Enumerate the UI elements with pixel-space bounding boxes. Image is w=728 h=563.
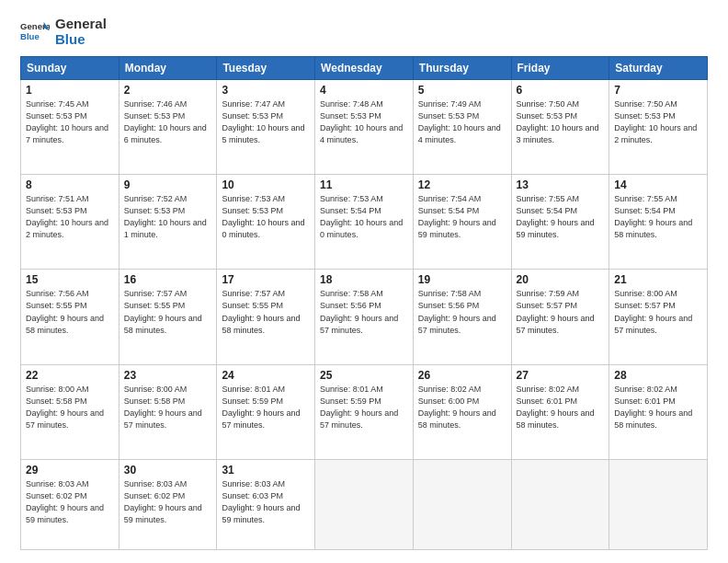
day-number: 15 (26, 273, 114, 286)
logo-text: General Blue (55, 17, 107, 47)
day-info: Sunrise: 7:53 AM Sunset: 5:53 PM Dayligh… (222, 193, 310, 241)
day-number: 14 (614, 178, 702, 191)
day-cell-24: 24 Sunrise: 8:01 AM Sunset: 5:59 PM Dayl… (217, 364, 315, 459)
day-info: Sunrise: 7:58 AM Sunset: 5:56 PM Dayligh… (320, 288, 408, 336)
logo: GeneralBlue General Blue (20, 17, 107, 47)
day-info: Sunrise: 7:53 AM Sunset: 5:54 PM Dayligh… (320, 193, 408, 241)
day-info: Sunrise: 7:54 AM Sunset: 5:54 PM Dayligh… (418, 193, 506, 241)
day-info: Sunrise: 8:00 AM Sunset: 5:57 PM Dayligh… (614, 288, 702, 336)
day-info: Sunrise: 7:46 AM Sunset: 5:53 PM Dayligh… (124, 98, 212, 146)
day-info: Sunrise: 7:50 AM Sunset: 5:53 PM Dayligh… (614, 98, 702, 146)
empty-cell (315, 459, 414, 549)
week-row-2: 8 Sunrise: 7:51 AM Sunset: 5:53 PM Dayli… (21, 175, 708, 270)
day-cell-3: 3 Sunrise: 7:47 AM Sunset: 5:53 PM Dayli… (217, 80, 315, 175)
day-number: 3 (222, 84, 310, 97)
day-info: Sunrise: 8:02 AM Sunset: 6:00 PM Dayligh… (418, 384, 506, 431)
day-cell-9: 9 Sunrise: 7:52 AM Sunset: 5:53 PM Dayli… (119, 175, 217, 270)
day-cell-17: 17 Sunrise: 7:57 AM Sunset: 5:55 PM Dayl… (217, 270, 315, 364)
day-cell-22: 22 Sunrise: 8:00 AM Sunset: 5:58 PM Dayl… (21, 364, 119, 459)
weekday-header-thursday: Thursday (413, 57, 511, 80)
weekday-header-monday: Monday (119, 57, 217, 80)
day-cell-16: 16 Sunrise: 7:57 AM Sunset: 5:55 PM Dayl… (119, 270, 217, 364)
day-number: 2 (124, 84, 212, 97)
day-info: Sunrise: 7:50 AM Sunset: 5:53 PM Dayligh… (517, 98, 605, 146)
empty-cell (413, 459, 511, 549)
day-number: 17 (222, 273, 310, 286)
weekday-header-friday: Friday (511, 57, 609, 80)
day-number: 16 (124, 273, 212, 286)
day-number: 26 (418, 369, 506, 382)
day-number: 5 (418, 84, 506, 97)
day-number: 23 (124, 369, 212, 382)
day-number: 20 (517, 273, 605, 286)
weekday-header-saturday: Saturday (609, 57, 708, 80)
day-cell-10: 10 Sunrise: 7:53 AM Sunset: 5:53 PM Dayl… (217, 175, 315, 270)
day-cell-20: 20 Sunrise: 7:59 AM Sunset: 5:57 PM Dayl… (511, 270, 609, 364)
day-cell-18: 18 Sunrise: 7:58 AM Sunset: 5:56 PM Dayl… (315, 270, 414, 364)
day-number: 10 (222, 178, 310, 191)
day-info: Sunrise: 8:03 AM Sunset: 6:02 PM Dayligh… (26, 478, 114, 526)
day-info: Sunrise: 7:55 AM Sunset: 5:54 PM Dayligh… (517, 193, 605, 241)
day-cell-25: 25 Sunrise: 8:01 AM Sunset: 5:59 PM Dayl… (315, 364, 414, 459)
day-number: 4 (320, 84, 408, 97)
empty-cell (609, 459, 708, 549)
empty-cell (511, 459, 609, 549)
day-number: 18 (320, 273, 408, 286)
day-info: Sunrise: 7:57 AM Sunset: 5:55 PM Dayligh… (124, 288, 212, 336)
day-number: 6 (517, 84, 605, 97)
day-number: 1 (26, 84, 114, 97)
day-number: 29 (26, 464, 114, 477)
day-info: Sunrise: 7:59 AM Sunset: 5:57 PM Dayligh… (517, 288, 605, 336)
day-number: 13 (517, 178, 605, 191)
weekday-header-wednesday: Wednesday (315, 57, 414, 80)
day-info: Sunrise: 8:00 AM Sunset: 5:58 PM Dayligh… (124, 384, 212, 431)
day-info: Sunrise: 8:02 AM Sunset: 6:01 PM Dayligh… (614, 384, 702, 431)
day-info: Sunrise: 8:02 AM Sunset: 6:01 PM Dayligh… (517, 384, 605, 431)
day-info: Sunrise: 8:00 AM Sunset: 5:58 PM Dayligh… (26, 384, 114, 431)
day-number: 25 (320, 369, 408, 382)
weekday-header-sunday: Sunday (21, 57, 119, 80)
day-number: 9 (124, 178, 212, 191)
week-row-4: 22 Sunrise: 8:00 AM Sunset: 5:58 PM Dayl… (21, 364, 708, 459)
day-cell-21: 21 Sunrise: 8:00 AM Sunset: 5:57 PM Dayl… (609, 270, 708, 364)
week-row-1: 1 Sunrise: 7:45 AM Sunset: 5:53 PM Dayli… (21, 80, 708, 175)
day-number: 8 (26, 178, 114, 191)
header: GeneralBlue General Blue (20, 17, 708, 47)
day-number: 28 (614, 369, 702, 382)
week-row-3: 15 Sunrise: 7:56 AM Sunset: 5:55 PM Dayl… (21, 270, 708, 364)
day-cell-6: 6 Sunrise: 7:50 AM Sunset: 5:53 PM Dayli… (511, 80, 609, 175)
day-cell-11: 11 Sunrise: 7:53 AM Sunset: 5:54 PM Dayl… (315, 175, 414, 270)
day-info: Sunrise: 7:52 AM Sunset: 5:53 PM Dayligh… (124, 193, 212, 241)
day-number: 30 (124, 464, 212, 477)
weekday-header-row: SundayMondayTuesdayWednesdayThursdayFrid… (21, 57, 708, 80)
logo-icon: GeneralBlue (20, 17, 50, 47)
day-info: Sunrise: 8:01 AM Sunset: 5:59 PM Dayligh… (222, 384, 310, 431)
day-cell-4: 4 Sunrise: 7:48 AM Sunset: 5:53 PM Dayli… (315, 80, 414, 175)
day-info: Sunrise: 8:01 AM Sunset: 5:59 PM Dayligh… (320, 384, 408, 431)
day-number: 11 (320, 178, 408, 191)
day-number: 22 (26, 369, 114, 382)
day-number: 12 (418, 178, 506, 191)
day-cell-23: 23 Sunrise: 8:00 AM Sunset: 5:58 PM Dayl… (119, 364, 217, 459)
day-number: 19 (418, 273, 506, 286)
day-info: Sunrise: 7:57 AM Sunset: 5:55 PM Dayligh… (222, 288, 310, 336)
day-cell-27: 27 Sunrise: 8:02 AM Sunset: 6:01 PM Dayl… (511, 364, 609, 459)
day-info: Sunrise: 8:03 AM Sunset: 6:03 PM Dayligh… (222, 478, 310, 526)
day-cell-2: 2 Sunrise: 7:46 AM Sunset: 5:53 PM Dayli… (119, 80, 217, 175)
day-info: Sunrise: 7:51 AM Sunset: 5:53 PM Dayligh… (26, 193, 114, 241)
day-cell-1: 1 Sunrise: 7:45 AM Sunset: 5:53 PM Dayli… (21, 80, 119, 175)
day-cell-29: 29 Sunrise: 8:03 AM Sunset: 6:02 PM Dayl… (21, 459, 119, 549)
day-cell-14: 14 Sunrise: 7:55 AM Sunset: 5:54 PM Dayl… (609, 175, 708, 270)
day-number: 21 (614, 273, 702, 286)
day-info: Sunrise: 8:03 AM Sunset: 6:02 PM Dayligh… (124, 478, 212, 526)
day-cell-8: 8 Sunrise: 7:51 AM Sunset: 5:53 PM Dayli… (21, 175, 119, 270)
page: GeneralBlue General Blue SundayMondayTue… (0, 0, 728, 563)
day-cell-28: 28 Sunrise: 8:02 AM Sunset: 6:01 PM Dayl… (609, 364, 708, 459)
day-cell-26: 26 Sunrise: 8:02 AM Sunset: 6:00 PM Dayl… (413, 364, 511, 459)
day-cell-5: 5 Sunrise: 7:49 AM Sunset: 5:53 PM Dayli… (413, 80, 511, 175)
day-number: 27 (517, 369, 605, 382)
day-cell-19: 19 Sunrise: 7:58 AM Sunset: 5:56 PM Dayl… (413, 270, 511, 364)
day-cell-7: 7 Sunrise: 7:50 AM Sunset: 5:53 PM Dayli… (609, 80, 708, 175)
day-number: 7 (614, 84, 702, 97)
day-info: Sunrise: 7:47 AM Sunset: 5:53 PM Dayligh… (222, 98, 310, 146)
